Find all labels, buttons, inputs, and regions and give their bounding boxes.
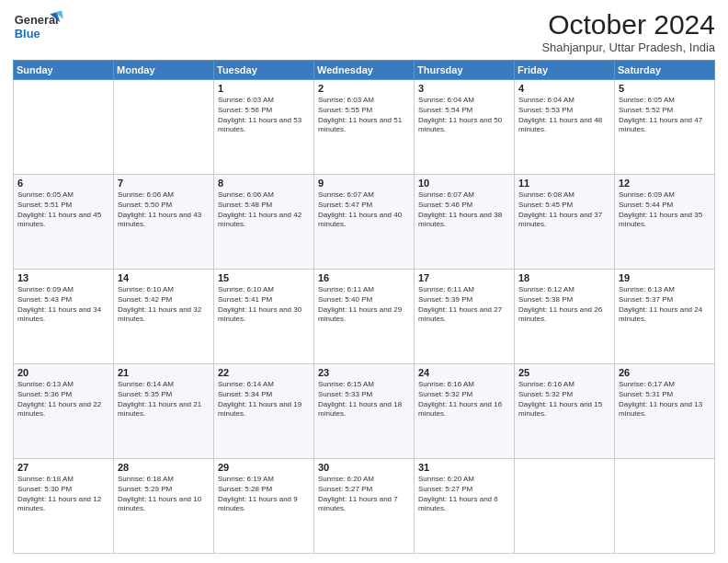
calendar-cell: 20Sunrise: 6:13 AM Sunset: 5:36 PM Dayli…	[14, 364, 114, 459]
calendar-header-row: SundayMondayTuesdayWednesdayThursdayFrid…	[14, 61, 715, 80]
calendar-cell: 3Sunrise: 6:04 AM Sunset: 5:54 PM Daylig…	[415, 80, 515, 175]
cell-text: Sunrise: 6:10 AM Sunset: 5:42 PM Dayligh…	[118, 285, 210, 325]
calendar-table: SundayMondayTuesdayWednesdayThursdayFrid…	[13, 60, 715, 554]
logo: GeneralBlue	[13, 9, 63, 42]
calendar-cell: 15Sunrise: 6:10 AM Sunset: 5:41 PM Dayli…	[214, 270, 314, 364]
cell-text: Sunrise: 6:20 AM Sunset: 5:27 PM Dayligh…	[318, 475, 410, 514]
cell-text: Sunrise: 6:09 AM Sunset: 5:43 PM Dayligh…	[17, 285, 109, 325]
week-row-2: 13Sunrise: 6:09 AM Sunset: 5:43 PM Dayli…	[14, 270, 715, 364]
cell-text: Sunrise: 6:03 AM Sunset: 5:56 PM Dayligh…	[218, 96, 310, 135]
cell-text: Sunrise: 6:09 AM Sunset: 5:44 PM Dayligh…	[619, 190, 711, 230]
cell-text: Sunrise: 6:06 AM Sunset: 5:48 PM Dayligh…	[218, 190, 310, 230]
calendar-cell	[615, 459, 715, 554]
calendar-cell: 25Sunrise: 6:16 AM Sunset: 5:32 PM Dayli…	[515, 364, 615, 459]
day-number: 16	[318, 272, 410, 283]
calendar-cell: 7Sunrise: 6:06 AM Sunset: 5:50 PM Daylig…	[114, 175, 214, 270]
month-title: October 2024	[541, 9, 715, 40]
day-number: 31	[418, 462, 510, 473]
day-number: 28	[118, 462, 210, 473]
day-number: 7	[118, 178, 210, 189]
calendar-cell: 14Sunrise: 6:10 AM Sunset: 5:42 PM Dayli…	[114, 270, 214, 364]
day-number: 29	[218, 462, 310, 473]
cell-text: Sunrise: 6:03 AM Sunset: 5:55 PM Dayligh…	[318, 96, 410, 135]
calendar-cell: 24Sunrise: 6:16 AM Sunset: 5:32 PM Dayli…	[415, 364, 515, 459]
logo-svg: GeneralBlue	[13, 9, 63, 42]
subtitle: Shahjanpur, Uttar Pradesh, India	[541, 40, 715, 54]
calendar-cell: 29Sunrise: 6:19 AM Sunset: 5:28 PM Dayli…	[214, 459, 314, 554]
calendar-cell: 19Sunrise: 6:13 AM Sunset: 5:37 PM Dayli…	[615, 270, 715, 364]
day-number: 6	[17, 178, 109, 189]
calendar-cell: 30Sunrise: 6:20 AM Sunset: 5:27 PM Dayli…	[314, 459, 415, 554]
day-number: 25	[518, 367, 610, 378]
day-number: 20	[17, 367, 109, 378]
calendar-cell: 27Sunrise: 6:18 AM Sunset: 5:30 PM Dayli…	[14, 459, 114, 554]
page: GeneralBlue October 2024 Shahjanpur, Utt…	[0, 0, 728, 563]
day-number: 15	[218, 272, 310, 283]
calendar-cell: 13Sunrise: 6:09 AM Sunset: 5:43 PM Dayli…	[14, 270, 114, 364]
cell-text: Sunrise: 6:04 AM Sunset: 5:54 PM Dayligh…	[418, 96, 510, 135]
calendar-cell: 31Sunrise: 6:20 AM Sunset: 5:27 PM Dayli…	[415, 459, 515, 554]
calendar-cell: 28Sunrise: 6:18 AM Sunset: 5:29 PM Dayli…	[114, 459, 214, 554]
week-row-4: 27Sunrise: 6:18 AM Sunset: 5:30 PM Dayli…	[14, 459, 715, 554]
day-number: 27	[17, 462, 109, 473]
cell-text: Sunrise: 6:17 AM Sunset: 5:31 PM Dayligh…	[619, 380, 711, 419]
cell-text: Sunrise: 6:10 AM Sunset: 5:41 PM Dayligh…	[218, 285, 310, 325]
day-number: 17	[418, 272, 510, 283]
day-number: 2	[318, 83, 410, 94]
calendar-cell: 18Sunrise: 6:12 AM Sunset: 5:38 PM Dayli…	[515, 270, 615, 364]
calendar-cell: 8Sunrise: 6:06 AM Sunset: 5:48 PM Daylig…	[214, 175, 314, 270]
day-number: 22	[218, 367, 310, 378]
week-row-0: 1Sunrise: 6:03 AM Sunset: 5:56 PM Daylig…	[14, 80, 715, 175]
cell-text: Sunrise: 6:18 AM Sunset: 5:29 PM Dayligh…	[118, 475, 210, 514]
col-header-wednesday: Wednesday	[314, 61, 415, 80]
calendar-cell: 2Sunrise: 6:03 AM Sunset: 5:55 PM Daylig…	[314, 80, 415, 175]
calendar-cell: 5Sunrise: 6:05 AM Sunset: 5:52 PM Daylig…	[615, 80, 715, 175]
day-number: 11	[518, 178, 610, 189]
day-number: 12	[619, 178, 711, 189]
cell-text: Sunrise: 6:05 AM Sunset: 5:51 PM Dayligh…	[17, 190, 109, 230]
cell-text: Sunrise: 6:18 AM Sunset: 5:30 PM Dayligh…	[17, 475, 109, 514]
week-row-3: 20Sunrise: 6:13 AM Sunset: 5:36 PM Dayli…	[14, 364, 715, 459]
cell-text: Sunrise: 6:11 AM Sunset: 5:40 PM Dayligh…	[318, 285, 410, 325]
day-number: 3	[418, 83, 510, 94]
svg-text:Blue: Blue	[15, 27, 40, 40]
day-number: 21	[118, 367, 210, 378]
calendar-cell: 9Sunrise: 6:07 AM Sunset: 5:47 PM Daylig…	[314, 175, 415, 270]
calendar-cell: 11Sunrise: 6:08 AM Sunset: 5:45 PM Dayli…	[515, 175, 615, 270]
cell-text: Sunrise: 6:05 AM Sunset: 5:52 PM Dayligh…	[619, 96, 711, 135]
day-number: 26	[619, 367, 711, 378]
calendar-cell: 16Sunrise: 6:11 AM Sunset: 5:40 PM Dayli…	[314, 270, 415, 364]
calendar-cell: 17Sunrise: 6:11 AM Sunset: 5:39 PM Dayli…	[415, 270, 515, 364]
col-header-saturday: Saturday	[615, 61, 715, 80]
cell-text: Sunrise: 6:13 AM Sunset: 5:37 PM Dayligh…	[619, 285, 711, 325]
calendar-cell: 1Sunrise: 6:03 AM Sunset: 5:56 PM Daylig…	[214, 80, 314, 175]
week-row-1: 6Sunrise: 6:05 AM Sunset: 5:51 PM Daylig…	[14, 175, 715, 270]
cell-text: Sunrise: 6:07 AM Sunset: 5:47 PM Dayligh…	[318, 190, 410, 230]
calendar-cell: 12Sunrise: 6:09 AM Sunset: 5:44 PM Dayli…	[615, 175, 715, 270]
calendar-cell: 21Sunrise: 6:14 AM Sunset: 5:35 PM Dayli…	[114, 364, 214, 459]
calendar-cell: 4Sunrise: 6:04 AM Sunset: 5:53 PM Daylig…	[515, 80, 615, 175]
day-number: 10	[418, 178, 510, 189]
day-number: 9	[318, 178, 410, 189]
day-number: 24	[418, 367, 510, 378]
calendar-cell	[14, 80, 114, 175]
cell-text: Sunrise: 6:16 AM Sunset: 5:32 PM Dayligh…	[518, 380, 610, 419]
day-number: 14	[118, 272, 210, 283]
cell-text: Sunrise: 6:16 AM Sunset: 5:32 PM Dayligh…	[418, 380, 510, 419]
day-number: 8	[218, 178, 310, 189]
day-number: 1	[218, 83, 310, 94]
day-number: 19	[619, 272, 711, 283]
header: GeneralBlue October 2024 Shahjanpur, Utt…	[13, 9, 715, 54]
cell-text: Sunrise: 6:07 AM Sunset: 5:46 PM Dayligh…	[418, 190, 510, 230]
day-number: 18	[518, 272, 610, 283]
cell-text: Sunrise: 6:20 AM Sunset: 5:27 PM Dayligh…	[418, 475, 510, 514]
calendar-cell	[114, 80, 214, 175]
cell-text: Sunrise: 6:13 AM Sunset: 5:36 PM Dayligh…	[17, 380, 109, 419]
calendar-cell: 6Sunrise: 6:05 AM Sunset: 5:51 PM Daylig…	[14, 175, 114, 270]
day-number: 13	[17, 272, 109, 283]
cell-text: Sunrise: 6:14 AM Sunset: 5:34 PM Dayligh…	[218, 380, 310, 419]
col-header-tuesday: Tuesday	[214, 61, 314, 80]
col-header-monday: Monday	[114, 61, 214, 80]
day-number: 5	[619, 83, 711, 94]
cell-text: Sunrise: 6:06 AM Sunset: 5:50 PM Dayligh…	[118, 190, 210, 230]
